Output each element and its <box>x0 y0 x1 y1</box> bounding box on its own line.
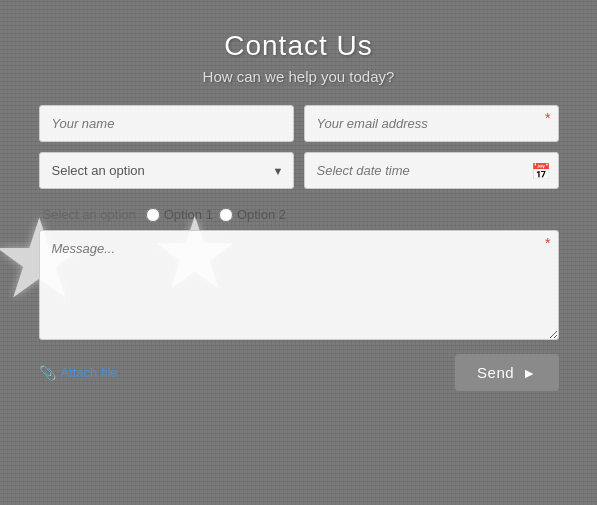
date-wrapper: 📅 <box>304 152 559 189</box>
radio-option-2-text: Option 2 <box>237 207 286 222</box>
attach-file-button[interactable]: 📎 Attach file <box>39 365 118 381</box>
email-field-wrapper: * <box>304 105 559 142</box>
send-icon: ► <box>522 365 536 381</box>
name-field-wrapper <box>39 105 294 142</box>
message-wrapper: * <box>39 230 559 344</box>
page-subtitle: How can we help you today? <box>39 68 559 85</box>
radio-option-1-label[interactable]: Option 1 <box>146 207 213 222</box>
bottom-row: 📎 Attach file Send ► <box>39 354 559 391</box>
send-label: Send <box>477 364 514 381</box>
radio-option-1-input[interactable] <box>146 208 160 222</box>
name-input[interactable] <box>39 105 294 142</box>
name-email-row: * <box>39 105 559 142</box>
option-select[interactable]: Select an option Option 1 Option 2 Optio… <box>39 152 294 189</box>
radio-option-2-label[interactable]: Option 2 <box>219 207 286 222</box>
radio-group-label: Select an option <box>43 207 136 222</box>
email-required-marker: * <box>545 110 550 126</box>
message-textarea[interactable] <box>39 230 559 340</box>
message-required-marker: * <box>545 235 550 251</box>
attach-label: Attach file <box>61 365 118 380</box>
radio-option-2-input[interactable] <box>219 208 233 222</box>
radio-row: Select an option Option 1 Option 2 <box>39 199 559 230</box>
select-wrapper: Select an option Option 1 Option 2 Optio… <box>39 152 294 189</box>
paperclip-icon: 📎 <box>39 365 56 381</box>
form-container: Contact Us How can we help you today? * … <box>39 0 559 391</box>
radio-option-1-text: Option 1 <box>164 207 213 222</box>
select-date-row: Select an option Option 1 Option 2 Optio… <box>39 152 559 189</box>
page-title: Contact Us <box>39 30 559 62</box>
date-input[interactable] <box>304 152 559 189</box>
email-input[interactable] <box>304 105 559 142</box>
send-button[interactable]: Send ► <box>455 354 558 391</box>
